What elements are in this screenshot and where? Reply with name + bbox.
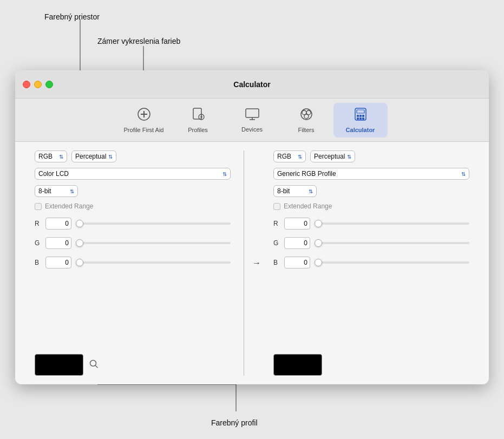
svg-rect-25	[357, 117, 359, 120]
left-slider-g: G 0	[35, 237, 231, 249]
left-slider-b: B 0	[35, 257, 231, 268]
right-slider-g-thumb[interactable]	[315, 239, 322, 247]
svg-rect-21	[357, 110, 364, 113]
right-slider-b-thumb[interactable]	[315, 259, 322, 266]
right-extended-range-label: Extended Range	[284, 202, 332, 210]
left-slider-r-thumb[interactable]	[76, 220, 83, 227]
left-renderintent-chevron: ⇅	[108, 154, 113, 160]
toolbar-label-profiles: Profiles	[188, 127, 208, 133]
right-profile-select[interactable]: Generic RGB Profile ⇅	[273, 168, 469, 180]
right-bottom-row	[273, 350, 469, 376]
right-renderintent-value: Perceptual	[314, 153, 345, 160]
toolbar: Profile First Aid Profiles	[15, 99, 489, 142]
svg-rect-9	[193, 108, 201, 119]
right-color-swatch	[273, 354, 322, 376]
right-slider-r-track[interactable]	[315, 222, 469, 225]
left-slider-g-track[interactable]	[76, 242, 231, 244]
left-color-swatch	[35, 354, 83, 376]
right-slider-r-label: R	[273, 220, 280, 227]
content-area: RGB ⇅ Perceptual ⇅ Color LCD ⇅	[15, 142, 489, 384]
left-slider-b-input[interactable]: 0	[45, 257, 71, 268]
toolbar-item-calculator[interactable]: Calculator	[333, 103, 388, 137]
left-bitdepth-value: 8-bit	[38, 187, 51, 195]
left-colorspace-select[interactable]: RGB ⇅	[35, 150, 67, 162]
right-renderintent-chevron: ⇅	[347, 154, 351, 160]
svg-rect-27	[362, 117, 364, 120]
main-window: Calculator Profile First Aid	[15, 70, 489, 384]
filters-icon	[299, 107, 313, 125]
right-bitdepth-select[interactable]: 8-bit ⇅	[273, 185, 317, 197]
right-slider-r-thumb[interactable]	[315, 220, 322, 227]
right-slider-b: B 0	[273, 257, 469, 268]
svg-rect-23	[359, 115, 362, 117]
left-colorspace-chevron: ⇅	[59, 154, 63, 160]
left-slider-g-input[interactable]: 0	[45, 237, 71, 249]
right-bitdepth-chevron: ⇅	[309, 188, 313, 194]
left-slider-r-label: R	[35, 220, 41, 227]
toolbar-label-filters: Filters	[298, 127, 315, 133]
right-sliders: R 0 G 0 B 0	[273, 218, 469, 268]
titlebar: Calculator	[15, 70, 489, 99]
toolbar-item-profiles[interactable]: Profiles	[171, 103, 225, 137]
right-top-controls: RGB ⇅ Perceptual ⇅	[273, 150, 469, 162]
toolbar-item-profile-first-aid[interactable]: Profile First Aid	[117, 103, 171, 137]
right-slider-g-track[interactable]	[315, 242, 469, 244]
right-extended-range-checkbox[interactable]	[273, 203, 280, 210]
left-bitdepth-select[interactable]: 8-bit ⇅	[35, 185, 78, 197]
annotation-zamer: Zámer vykreslenia farieb	[97, 37, 180, 45]
right-panel: RGB ⇅ Perceptual ⇅ Generic RGB Profile ⇅	[265, 150, 478, 376]
left-slider-b-thumb[interactable]	[76, 259, 83, 266]
minimize-button[interactable]	[34, 81, 42, 88]
devices-icon	[245, 108, 260, 124]
right-slider-b-label: B	[273, 259, 280, 266]
right-colorspace-value: RGB	[277, 153, 291, 160]
right-colorspace-select[interactable]: RGB ⇅	[273, 150, 306, 162]
right-slider-r-input[interactable]: 0	[284, 218, 310, 230]
right-slider-r: R 0	[273, 218, 469, 230]
left-extended-range-row: Extended Range	[35, 202, 231, 210]
toolbar-label-calculator: Calculator	[346, 127, 375, 133]
right-slider-g: G 0	[273, 237, 469, 249]
right-extended-range-row: Extended Range	[273, 202, 469, 210]
left-profile-row: Color LCD ⇅	[35, 168, 231, 180]
left-sliders: R 0 G 0 B 0	[35, 218, 231, 268]
right-slider-g-label: G	[273, 239, 280, 247]
window-title: Calculator	[233, 80, 270, 89]
right-slider-b-input[interactable]: 0	[284, 257, 310, 268]
left-slider-b-track[interactable]	[76, 261, 231, 264]
left-slider-r: R 0	[35, 218, 231, 230]
left-colorspace-value: RGB	[38, 153, 53, 160]
svg-point-19	[304, 114, 309, 119]
conversion-arrow: →	[248, 150, 265, 376]
calculator-icon	[354, 107, 367, 125]
maximize-button[interactable]	[45, 81, 53, 88]
toolbar-item-filters[interactable]: Filters	[279, 103, 333, 137]
right-slider-g-input[interactable]: 0	[284, 237, 310, 249]
left-extended-range-checkbox[interactable]	[35, 203, 42, 210]
left-slider-g-thumb[interactable]	[76, 239, 83, 247]
close-button[interactable]	[23, 81, 30, 88]
toolbar-item-devices[interactable]: Devices	[225, 103, 279, 137]
svg-line-29	[95, 365, 97, 368]
svg-rect-26	[359, 117, 362, 120]
left-bitdepth-chevron: ⇅	[70, 188, 74, 194]
right-renderintent-select[interactable]: Perceptual ⇅	[310, 150, 355, 162]
left-slider-b-label: B	[35, 259, 41, 266]
profiles-icon	[192, 107, 205, 125]
right-bitdepth-row: 8-bit ⇅	[273, 185, 469, 197]
annotation-profil: Farebný profil	[211, 418, 258, 427]
panel-divider	[244, 150, 244, 376]
left-slider-r-input[interactable]: 0	[45, 218, 71, 230]
annotation-farspri: Farebný priestor	[44, 12, 100, 21]
profile-first-aid-icon	[137, 107, 151, 125]
left-profile-value: Color LCD	[38, 170, 69, 178]
right-slider-b-track[interactable]	[315, 261, 469, 264]
left-search-icon[interactable]	[89, 359, 99, 371]
right-bitdepth-value: 8-bit	[277, 187, 290, 195]
left-profile-chevron: ⇅	[222, 171, 227, 177]
left-profile-select[interactable]: Color LCD ⇅	[35, 168, 231, 180]
left-bitdepth-row: 8-bit ⇅	[35, 185, 231, 197]
left-slider-r-track[interactable]	[76, 222, 231, 225]
left-renderintent-select[interactable]: Perceptual ⇅	[71, 150, 116, 162]
left-slider-g-label: G	[35, 239, 41, 247]
